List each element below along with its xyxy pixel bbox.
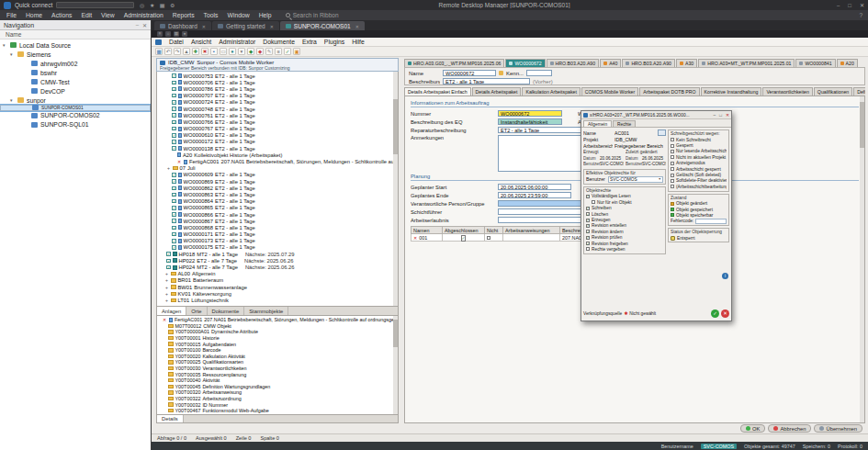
tree-item[interactable]: WO0000173 ET2 - alle 1 Tage bbox=[157, 238, 398, 244]
menu-tools[interactable]: Tools bbox=[199, 10, 223, 20]
doc-tab-a30[interactable]: A30 bbox=[676, 59, 697, 67]
ribbon-search[interactable]: Search in Ribbon bbox=[286, 12, 339, 18]
checkbox-icon[interactable] bbox=[172, 127, 176, 131]
sec-tab-verantwortlichkeiten[interactable]: Verantwortlichkeiten bbox=[762, 87, 812, 96]
nav-item-local-data-source[interactable]: Local Data Source bbox=[0, 40, 151, 50]
checkbox[interactable] bbox=[586, 236, 590, 240]
tab-close-icon[interactable] bbox=[200, 23, 206, 29]
checkbox-icon[interactable] bbox=[172, 193, 176, 197]
start-input[interactable] bbox=[498, 184, 571, 190]
nav-column-header[interactable]: Name bbox=[0, 30, 151, 39]
tree-item[interactable]: HP022 ET2 - alle 7 Tage Nächste: 2025.06… bbox=[157, 257, 398, 264]
checkbox[interactable] bbox=[586, 230, 590, 233]
settings-icon[interactable]: ⚙ bbox=[168, 2, 176, 9]
doc-tab-a90-1[interactable]: HRO.B03.A20.A90 bbox=[547, 59, 600, 67]
pin-icon[interactable]: – bbox=[136, 22, 139, 28]
sec-tab-korrektiv[interactable]: Korrektive Instandhaltung bbox=[701, 87, 762, 96]
nav-item-siemens[interactable]: Siemens bbox=[0, 50, 151, 59]
tree-item[interactable]: WO0000706 ET2 - alle 1 Tage bbox=[157, 79, 398, 85]
doc-tab-wo0000672[interactable]: WO0000672 bbox=[505, 59, 545, 67]
base-tree-item[interactable]: Y00T00000A01 Dynamische Attribute bbox=[157, 329, 398, 335]
menu-help[interactable]: Help bbox=[254, 10, 276, 20]
save-icon[interactable]: ▪ bbox=[210, 48, 218, 55]
objektrecht-item[interactable]: Rechte vergeben bbox=[586, 246, 663, 252]
sec-tab-details-einfach[interactable]: Details Arbeitspaket Einfach bbox=[404, 87, 471, 96]
checkbox-icon[interactable] bbox=[172, 232, 176, 237]
search-icon[interactable]: ● bbox=[229, 48, 236, 55]
apps-icon[interactable]: ▦ bbox=[158, 2, 166, 9]
ok-button[interactable]: OK bbox=[740, 424, 765, 433]
tree-item[interactable]: WO0000866 ET2 - alle 1 Tage bbox=[157, 211, 398, 218]
disconnect-icon[interactable]: ◆ bbox=[256, 48, 264, 55]
minimize-icon[interactable]: – bbox=[837, 3, 840, 8]
checkbox-icon[interactable] bbox=[172, 81, 176, 85]
base-tree-scrollbar[interactable] bbox=[393, 316, 398, 414]
nav-item-bswhr[interactable]: bswhr bbox=[0, 68, 151, 77]
checkbox-icon[interactable] bbox=[166, 252, 171, 256]
tree-item[interactable]: BW01 Brunnenwasseranlage bbox=[157, 284, 398, 290]
tree-item[interactable]: HP018 MT2 - alle 1 Tage Nächste: 2025.07… bbox=[157, 251, 398, 257]
checkbox-icon[interactable] bbox=[172, 107, 176, 111]
table-column-header[interactable]: Arbeitsanweisungen bbox=[503, 227, 560, 234]
comos-menu-ansicht[interactable]: Ansicht bbox=[187, 39, 215, 45]
base-tree-item[interactable]: Y00T00322 Arbeitszuordnung bbox=[157, 396, 398, 402]
expand-icon[interactable] bbox=[164, 277, 169, 283]
nav-item-sunpor-comos02[interactable]: SUNPOR-COMOS02 bbox=[0, 111, 151, 120]
table-column-header[interactable]: Abgeschlossen bbox=[443, 227, 485, 234]
sec-tab-kalkulation[interactable]: Kalkulation Arbeitspaket bbox=[522, 87, 580, 96]
doc-tab-wo0000841[interactable]: WO0000841 bbox=[795, 59, 835, 67]
expand-icon[interactable] bbox=[164, 285, 169, 290]
favorites-icon[interactable]: ★ bbox=[148, 2, 156, 9]
base-tree-item[interactable]: Y00T00100 Barcode bbox=[157, 347, 398, 354]
tree-item[interactable]: A20 Kollektivobjekt Historie (Arbeitspak… bbox=[157, 152, 398, 158]
menu-window[interactable]: Window bbox=[222, 10, 254, 20]
help-icon[interactable]: ? bbox=[859, 12, 862, 18]
tree-item[interactable]: WO0000609 ET2 - alle 1 Tage bbox=[157, 172, 398, 178]
dialog-titlebar[interactable]: x/HRO.A03=207._WT.PM.MP016.2025.06.WO00.… bbox=[581, 111, 731, 119]
menu-file[interactable]: File bbox=[2, 10, 21, 20]
tree-item[interactable]: WO0000865 ET2 - alle 1 Tage bbox=[157, 205, 398, 211]
edit-icon[interactable]: ✎ bbox=[265, 48, 273, 55]
name-input[interactable] bbox=[443, 70, 496, 76]
base-tree-item[interactable]: Y00T00040 Aktivität bbox=[157, 377, 398, 384]
doc-tab-mp001[interactable]: HRO.A03=MT._WT.PM.MP001.2025.01 bbox=[698, 59, 795, 67]
navigator-icon[interactable]: ▦ bbox=[155, 48, 163, 55]
checkbox-icon[interactable] bbox=[166, 259, 171, 264]
uebernehmen-button[interactable]: Übernehmen bbox=[814, 424, 862, 433]
up-icon[interactable]: ▲ bbox=[183, 48, 190, 55]
comos-menu-administrator[interactable]: Administrator bbox=[215, 39, 259, 45]
tree-item[interactable]: WO0000761 ET2 - alle 1 Tage bbox=[157, 112, 398, 118]
doc-tab-a20[interactable]: A20 bbox=[837, 59, 858, 67]
expand-icon[interactable] bbox=[164, 271, 169, 276]
doc-tab-mp016[interactable]: HRO.A03.G03_._WT.PM.MP016.2025.06 bbox=[404, 59, 504, 67]
tab-sunpor-comos01[interactable]: SUNPOR-COMOS01 bbox=[280, 21, 365, 30]
tree-scrollbar[interactable] bbox=[393, 72, 398, 306]
checkbox-icon[interactable] bbox=[172, 100, 176, 105]
tree-item[interactable]: FertigAC001 207.NA01 Betriebsbereitschaf… bbox=[157, 158, 398, 164]
tree-item[interactable]: LT01 Lüftungstechnik bbox=[157, 297, 398, 303]
tab-anlagen[interactable]: Anlagen bbox=[157, 307, 186, 315]
checkbox[interactable] bbox=[592, 200, 595, 204]
checkbox[interactable] bbox=[586, 219, 590, 222]
checkbox[interactable] bbox=[586, 224, 590, 228]
tree-item[interactable]: KV01 Kälteversorgung bbox=[157, 290, 398, 297]
tree-item[interactable]: WO0000138 ET2 - alle 1 Tage bbox=[157, 145, 398, 152]
tree-item[interactable]: WO0000724 ET2 - alle 1 Tage bbox=[157, 99, 398, 106]
checkbox[interactable] bbox=[586, 212, 590, 216]
tree-item[interactable]: WO0000786 ET2 - alle 1 Tage bbox=[157, 85, 398, 92]
base-tree-item[interactable]: Y00T00015 Aufgabendaten bbox=[157, 341, 398, 347]
sec-tab-wartungsgrundlagen[interactable]: Definition Wartungsgrundlagen bbox=[853, 87, 865, 96]
tree-item[interactable]: WO0000863 ET2 - alle 1 Tage bbox=[157, 191, 398, 197]
checkbox-icon[interactable] bbox=[172, 239, 176, 243]
tree-item[interactable]: WO0000707 ET2 - alle 1 Tage bbox=[157, 93, 398, 99]
abgeschlossen-checkbox[interactable] bbox=[461, 235, 467, 242]
checkbox-icon[interactable] bbox=[172, 113, 176, 118]
comos-menu-extra[interactable]: Extra bbox=[299, 39, 321, 45]
dialog-close-icon[interactable]: ✕ bbox=[726, 113, 729, 118]
tree-item[interactable]: WO0000175 ET2 - alle 1 Tage bbox=[157, 244, 398, 251]
tree-item[interactable]: BR01 Batterieraum bbox=[157, 277, 398, 284]
dialog-ok-button[interactable]: ✓ bbox=[711, 309, 719, 318]
abbrechen-button[interactable]: Abbrechen bbox=[768, 424, 811, 433]
base-tree-item[interactable]: Y00T00467 Funktionsmodul Web-Aufgabe bbox=[157, 408, 398, 414]
nummer-input[interactable] bbox=[498, 110, 562, 117]
